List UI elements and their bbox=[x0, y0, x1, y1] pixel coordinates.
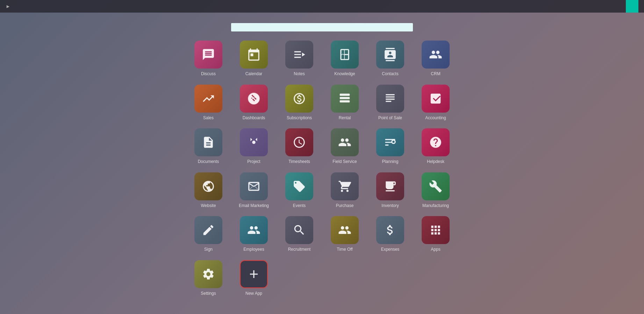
subscriptions-label: Subscriptions bbox=[287, 115, 312, 121]
app-tile-calendar[interactable]: Calendar bbox=[233, 38, 275, 79]
app-tile-crm[interactable]: CRM bbox=[415, 38, 457, 79]
employees-label: Employees bbox=[243, 247, 264, 252]
subscriptions-icon bbox=[285, 85, 313, 113]
discuss-label: Discuss bbox=[201, 71, 216, 77]
app-tile-subscriptions[interactable]: Subscriptions bbox=[278, 83, 320, 123]
expenses-label: Expenses bbox=[381, 247, 400, 252]
topbar: ► bbox=[0, 0, 644, 13]
contacts-label: Contacts bbox=[382, 71, 398, 77]
svg-point-4 bbox=[252, 141, 256, 144]
fieldservice-label: Field Service bbox=[332, 159, 357, 165]
app-tile-discuss[interactable]: Discuss bbox=[187, 38, 229, 79]
app-tile-events[interactable]: Events bbox=[278, 170, 320, 211]
purchase-icon bbox=[331, 172, 359, 200]
inventory-label: Inventory bbox=[381, 203, 399, 209]
expenses-icon bbox=[376, 216, 404, 244]
app-tile-notes[interactable]: Notes bbox=[278, 38, 320, 79]
app-tile-website[interactable]: Website bbox=[187, 170, 229, 211]
demo-banner bbox=[231, 23, 413, 31]
app-tile-purchase[interactable]: Purchase bbox=[324, 170, 366, 211]
timesheets-label: Timesheets bbox=[288, 159, 310, 165]
project-icon bbox=[240, 128, 268, 156]
dashboards-label: Dashboards bbox=[243, 115, 265, 121]
apps-label: Apps bbox=[431, 247, 440, 252]
app-tile-rental[interactable]: Rental bbox=[324, 83, 366, 123]
app-tile-sales[interactable]: Sales bbox=[187, 83, 229, 123]
svg-rect-1 bbox=[340, 93, 350, 95]
documents-icon bbox=[194, 128, 222, 156]
website-label: Website bbox=[201, 203, 216, 209]
calendar-icon bbox=[240, 41, 268, 69]
project-label: Project bbox=[247, 159, 260, 165]
recruitment-icon bbox=[285, 216, 313, 244]
sign-label: Sign bbox=[204, 247, 213, 252]
notes-icon bbox=[285, 41, 313, 69]
dashboards-icon bbox=[240, 85, 268, 113]
settings-icon bbox=[194, 260, 222, 288]
app-tile-newapp[interactable]: New App bbox=[233, 258, 275, 299]
app-tile-documents[interactable]: Documents bbox=[187, 126, 229, 167]
app-tile-employees[interactable]: Employees bbox=[233, 214, 275, 255]
timeoff-icon bbox=[331, 216, 359, 244]
app-tile-project[interactable]: Project bbox=[233, 126, 275, 167]
app-tile-recruitment[interactable]: Recruitment bbox=[278, 214, 320, 255]
topbar-left: ► bbox=[6, 3, 13, 9]
app-tile-inventory[interactable]: Inventory bbox=[369, 170, 411, 211]
newapp-label: New App bbox=[245, 291, 262, 297]
app-tile-dashboards[interactable]: Dashboards bbox=[233, 83, 275, 123]
svg-rect-2 bbox=[340, 97, 350, 99]
app-tile-fieldservice[interactable]: Field Service bbox=[324, 126, 366, 167]
app-tile-settings[interactable]: Settings bbox=[187, 258, 229, 299]
accounting-label: Accounting bbox=[425, 115, 446, 121]
back-chevron-icon[interactable]: ► bbox=[6, 3, 10, 9]
app-tile-timeoff[interactable]: Time Off bbox=[324, 214, 366, 255]
app-tile-apps[interactable]: Apps bbox=[415, 214, 457, 255]
crm-icon bbox=[422, 41, 450, 69]
purchase-label: Purchase bbox=[336, 203, 354, 209]
contacts-icon bbox=[376, 41, 404, 69]
rental-label: Rental bbox=[339, 115, 351, 121]
pos-icon bbox=[376, 85, 404, 113]
manufacturing-label: Manufacturing bbox=[422, 203, 449, 209]
app-tile-planning[interactable]: Planning bbox=[369, 126, 411, 167]
emailmktg-icon bbox=[240, 172, 268, 200]
app-tile-manufacturing[interactable]: Manufacturing bbox=[415, 170, 457, 211]
app-tile-expenses[interactable]: Expenses bbox=[369, 214, 411, 255]
rental-icon bbox=[331, 85, 359, 113]
close-button[interactable] bbox=[626, 0, 638, 13]
timeoff-label: Time Off bbox=[337, 247, 352, 252]
app-grid-container: DiscussCalendarNotesKnowledgeContactsCRM… bbox=[0, 38, 644, 299]
settings-label: Settings bbox=[201, 291, 216, 297]
app-tile-timesheets[interactable]: Timesheets bbox=[278, 126, 320, 167]
notes-label: Notes bbox=[294, 71, 305, 77]
app-tile-contacts[interactable]: Contacts bbox=[369, 38, 411, 79]
app-grid: DiscussCalendarNotesKnowledgeContactsCRM… bbox=[187, 38, 457, 299]
app-tile-sign[interactable]: Sign bbox=[187, 214, 229, 255]
employees-icon bbox=[240, 216, 268, 244]
documents-label: Documents bbox=[198, 159, 219, 165]
timesheets-icon bbox=[285, 128, 313, 156]
knowledge-icon bbox=[331, 41, 359, 69]
sales-icon bbox=[194, 85, 222, 113]
app-tile-emailmktg[interactable]: Email Marketing bbox=[233, 170, 275, 211]
app-tile-accounting[interactable]: Accounting bbox=[415, 83, 457, 123]
apps-icon bbox=[422, 216, 450, 244]
calendar-label: Calendar bbox=[245, 71, 263, 77]
sales-label: Sales bbox=[203, 115, 214, 121]
app-tile-helpdesk[interactable]: Helpdesk bbox=[415, 126, 457, 167]
app-tile-knowledge[interactable]: Knowledge bbox=[324, 38, 366, 79]
manufacturing-icon bbox=[422, 172, 450, 200]
pos-label: Point of Sale bbox=[378, 115, 402, 121]
fieldservice-icon bbox=[331, 128, 359, 156]
planning-icon bbox=[376, 128, 404, 156]
helpdesk-icon bbox=[422, 128, 450, 156]
events-icon bbox=[285, 172, 313, 200]
sign-icon bbox=[194, 216, 222, 244]
app-tile-pos[interactable]: Point of Sale bbox=[369, 83, 411, 123]
planning-label: Planning bbox=[382, 159, 399, 165]
svg-rect-3 bbox=[340, 100, 350, 102]
crm-label: CRM bbox=[431, 71, 440, 77]
svg-point-5 bbox=[392, 140, 395, 144]
emailmktg-label: Email Marketing bbox=[239, 203, 269, 209]
accounting-icon bbox=[422, 85, 450, 113]
